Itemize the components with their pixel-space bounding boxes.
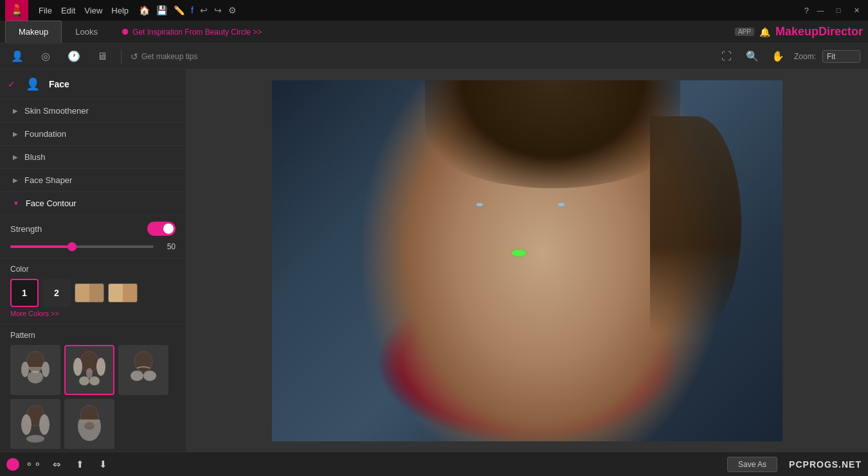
svg-point-7: [79, 376, 89, 385]
adjust-tool-btn[interactable]: ⚬⚬: [24, 455, 42, 473]
pattern-thumb-3[interactable]: [118, 345, 168, 395]
svg-point-5: [73, 358, 82, 376]
pattern-thumb-2[interactable]: [64, 345, 114, 395]
maximize-btn[interactable]: □: [832, 6, 845, 15]
menu-help[interactable]: Help: [111, 6, 129, 15]
sidebar-item-face-contour[interactable]: ▼ Face Contour: [0, 192, 186, 215]
makeup-tips-btn[interactable]: ↺ Get makeup tips: [131, 51, 197, 62]
facebook-icon[interactable]: f: [191, 5, 194, 15]
zoom-label: Zoom:: [794, 52, 816, 61]
zoom-select-wrapper[interactable]: Fit 25% 50% 75% 100% 150% 200%: [822, 50, 860, 63]
tab-looks[interactable]: Looks: [62, 21, 111, 43]
face-detect-icon[interactable]: ◎: [36, 47, 55, 66]
skin-smoothener-label: Skin Smoothener: [24, 106, 89, 116]
left-panel: ✓ 👤 Face ▶ Skin Smoothener ▶ Foundation …: [0, 69, 186, 452]
down-tool-btn[interactable]: ⬇: [94, 455, 112, 473]
hair-top: [425, 80, 680, 189]
more-colors-link[interactable]: More Colors >>: [10, 310, 176, 317]
undo-icon[interactable]: ↩: [200, 5, 208, 15]
svg-point-6: [96, 358, 105, 376]
pattern-thumb-4[interactable]: [10, 399, 60, 449]
search-icon[interactable]: 🔍: [743, 47, 762, 66]
brush-icon[interactable]: ✏️: [174, 5, 185, 15]
color-half-dark: [89, 284, 104, 302]
sub-toolbar: 👤 ◎ 🕐 🖥 ↺ Get makeup tips ⛶ 🔍 ✋ Zoom: Fi…: [0, 44, 868, 69]
main-layout: ✓ 👤 Face ▶ Skin Smoothener ▶ Foundation …: [0, 69, 868, 452]
save-icon[interactable]: 💾: [156, 5, 167, 15]
tab-makeup[interactable]: Makeup: [5, 21, 62, 43]
color-swatch-1[interactable]: 1: [10, 279, 39, 307]
title-bar-left: 💄 File Edit View Help 🏠 💾 ✏️ f ↩ ↪ ⚙: [5, 0, 237, 22]
canvas-area: [186, 69, 868, 452]
svg-point-9: [86, 368, 93, 378]
minimize-btn[interactable]: —: [814, 6, 827, 15]
bottom-bar: ⚬⚬ ⇔ ⬆ ⬇ Save As PCPROGS.NET: [0, 452, 868, 476]
divider-1: [121, 49, 122, 64]
zoom-select[interactable]: Fit 25% 50% 75% 100% 150% 200%: [822, 50, 860, 63]
up-tool-btn[interactable]: ⬆: [71, 455, 89, 473]
color-pair-1[interactable]: [75, 283, 104, 303]
sidebar-item-foundation[interactable]: ▶ Foundation: [0, 123, 186, 146]
app-logo: 💄: [5, 0, 28, 22]
brand-part1: Makeup: [775, 25, 818, 38]
svg-point-14: [21, 414, 32, 435]
history-icon[interactable]: 🕐: [64, 47, 84, 66]
svg-point-11: [131, 371, 143, 381]
fullscreen-icon[interactable]: ⛶: [717, 47, 736, 66]
dot-tool-btn[interactable]: [6, 458, 19, 471]
svg-point-18: [84, 422, 95, 430]
beauty-circle-link[interactable]: ⚉ Get Inspiration From Beauty Circle >>: [122, 28, 262, 37]
tab-toolbar: Makeup Looks ⚉ Get Inspiration From Beau…: [0, 21, 868, 44]
hand-icon[interactable]: ✋: [768, 47, 788, 66]
tips-icon: ↺: [131, 51, 138, 62]
person-icon[interactable]: 👤: [8, 47, 27, 66]
color-pair-2[interactable]: [108, 283, 138, 303]
menu-edit[interactable]: Edit: [61, 6, 75, 15]
split-tool-btn[interactable]: ⇔: [48, 455, 66, 473]
color-section: Color 1 2 More Colors >>: [0, 258, 186, 324]
pattern-grid: [10, 345, 176, 449]
brand-part2: Director: [818, 25, 863, 38]
svg-point-8: [89, 376, 100, 385]
chevron-right-icon: ▶: [13, 130, 18, 137]
svg-point-12: [143, 371, 156, 381]
menu-bar: File Edit View Help: [39, 6, 129, 15]
strength-section: Strength 50: [0, 215, 186, 258]
pattern-thumb-5[interactable]: [64, 399, 114, 449]
save-as-button[interactable]: Save As: [727, 457, 777, 472]
strength-toggle[interactable]: [147, 222, 176, 236]
slider-thumb[interactable]: [68, 242, 77, 251]
question-btn[interactable]: ?: [804, 6, 809, 15]
title-bar-right: ? — □ ✕: [804, 6, 863, 15]
chevron-right-icon: ▶: [13, 177, 18, 184]
photo-layer: [272, 80, 782, 441]
toolbar-icons: 🏠 💾 ✏️ f ↩ ↪ ⚙: [139, 5, 237, 15]
color-half-light2: [109, 284, 123, 302]
sidebar-item-skin-smoothener[interactable]: ▶ Skin Smoothener: [0, 100, 186, 123]
color-label: Color: [10, 265, 176, 274]
settings-icon[interactable]: ⚙: [228, 5, 237, 15]
slider-fill: [10, 245, 72, 248]
svg-point-1: [21, 362, 29, 377]
face-section-header[interactable]: ✓ 👤 Face: [0, 69, 186, 100]
sidebar-item-face-shaper[interactable]: ▶ Face Shaper: [0, 169, 186, 192]
face-icon-wrap: 👤: [23, 75, 42, 94]
strength-label: Strength: [10, 224, 42, 234]
slider-row: 50: [10, 242, 176, 251]
notification-icon[interactable]: 🔔: [759, 27, 770, 37]
chevron-down-icon: ▼: [13, 200, 19, 207]
pattern-svg-2: [70, 348, 109, 392]
sidebar-item-blush[interactable]: ▶ Blush: [0, 146, 186, 169]
redo-icon[interactable]: ↪: [214, 5, 222, 15]
pattern-thumb-1[interactable]: [10, 345, 60, 395]
color-swatch-2[interactable]: 2: [42, 279, 71, 307]
screen-icon[interactable]: 🖥: [93, 47, 112, 66]
face-icon: 👤: [26, 77, 40, 91]
menu-file[interactable]: File: [39, 6, 52, 15]
strength-slider[interactable]: [10, 245, 154, 248]
photo-container: [272, 80, 782, 441]
home-icon[interactable]: 🏠: [139, 5, 150, 15]
menu-view[interactable]: View: [84, 6, 102, 15]
svg-point-15: [39, 414, 50, 435]
close-btn[interactable]: ✕: [850, 6, 863, 15]
